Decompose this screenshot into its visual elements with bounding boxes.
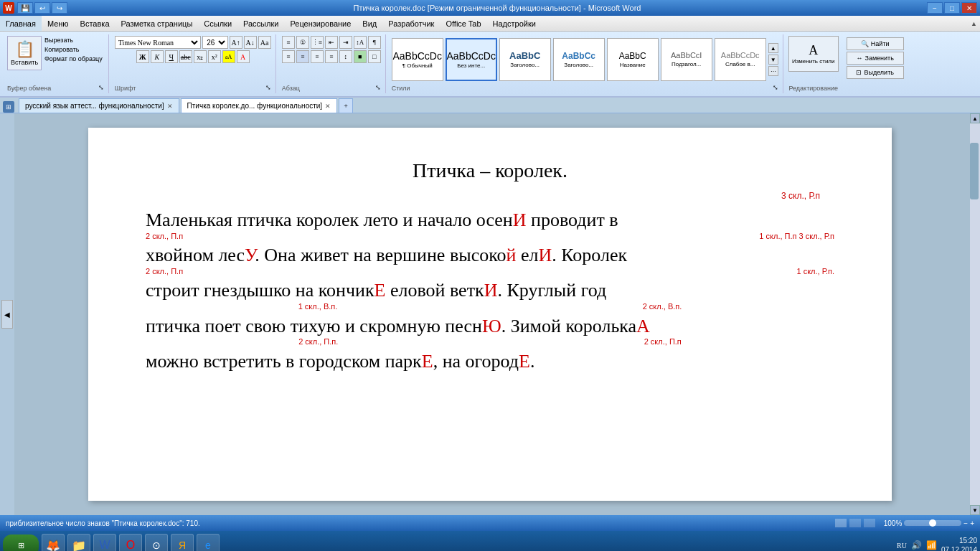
web-view-btn[interactable] [864,519,875,527]
border-btn[interactable]: □ [368,50,381,63]
style-weak[interactable]: AaBbCcDc Слабое в... [715,38,766,81]
reading-view-btn[interactable] [849,519,861,527]
text-highlight-btn[interactable]: aА [222,50,235,63]
styles-scroll-up[interactable]: ▲ [768,43,778,53]
taskbar: ⊞ 🦊 📁 W O ⊙ Я e RU 🔊 📶 15:20 07.12.2014 [0,531,980,551]
styles-launcher[interactable]: ⤡ [773,84,778,91]
undo-quick-btn[interactable]: ↩ [34,2,50,14]
grow-font-btn[interactable]: A↑ [230,36,242,49]
bullets-btn[interactable]: ≡ [282,36,295,49]
taskbar-browser-btn[interactable]: 🦊 [42,534,65,551]
volume-icon[interactable]: 🔊 [911,540,922,551]
increase-indent-btn[interactable]: ⇥ [339,36,352,49]
taskbar-opera-btn[interactable]: O [119,534,142,551]
taskbar-word-btn[interactable]: W [93,534,116,551]
app-icon: W [3,2,14,14]
menu-office-tab[interactable]: Office Tab [440,16,486,31]
paragraph-launcher[interactable]: ⤡ [375,84,381,91]
style-no-spacing[interactable]: AaBbCcDc Без инте... [446,38,497,81]
numbering-btn[interactable]: ① [296,36,309,49]
menu-dev[interactable]: Разработчик [382,16,440,31]
tab-russian-close[interactable]: ✕ [167,103,173,110]
menu-view[interactable]: Вид [357,16,382,31]
font-color-btn[interactable]: A [237,50,250,63]
strikethrough-btn[interactable]: abc [179,50,192,63]
italic-btn[interactable]: К [151,50,164,63]
taskbar-yandex-btn[interactable]: Я [171,534,194,551]
font-size-selector[interactable]: 26 [202,36,228,49]
copy-button[interactable]: Копировать [43,45,104,54]
print-layout-btn[interactable] [835,519,847,527]
ribbon-toggle[interactable]: ▲ [971,20,980,27]
document-area: ◀ Птичка – королек. 3 скл., Р.п Маленька… [0,113,980,515]
menu-bar: Главная Меню Вставка Разметка страницы С… [0,16,980,32]
select-btn[interactable]: ⊡ Выделить [847,66,904,79]
font-launcher[interactable]: ⤡ [265,84,271,91]
start-button[interactable]: ⊞ [3,534,39,551]
save-quick-btn[interactable]: 💾 [17,2,33,14]
menu-insert[interactable]: Вставка [75,16,116,31]
menu-layout[interactable]: Разметка страницы [116,16,199,31]
find-btn[interactable]: 🔍 Найти [847,37,904,50]
align-center-btn[interactable]: ≡ [296,50,309,63]
new-tab-btn[interactable]: + [339,98,353,113]
style-normal[interactable]: AaBbCcDc ¶ Обычный [392,38,443,81]
menu-addins[interactable]: Надстройки [487,16,542,31]
taskbar-chrome-btn[interactable]: ⊙ [145,534,168,551]
redo-quick-btn[interactable]: ↪ [52,2,67,14]
restore-btn[interactable]: □ [944,2,960,14]
show-marks-btn[interactable]: ¶ [368,36,381,49]
style-heading1[interactable]: AaBbC Заголово... [499,38,551,81]
window-title: Птичка королек.doc [Режим ограниченной ф… [67,4,927,12]
clear-format-btn[interactable]: Aa [258,36,271,49]
paste-button[interactable]: 📋 Вставить [7,36,42,70]
scroll-up-btn[interactable]: ▲ [970,113,980,123]
style-title[interactable]: AaBbC Название [607,38,659,81]
clipboard-launcher[interactable]: ⤡ [98,84,104,91]
zoom-out-btn[interactable]: − [963,519,968,527]
tab-russian[interactable]: русский язык аттест... функциональности]… [19,98,179,113]
align-left-btn[interactable]: ≡ [282,50,295,63]
title-bar-left: W 💾 ↩ ↪ [3,2,67,14]
change-styles-btn[interactable]: A Изменить стили [788,36,839,72]
ribbon: 📋 Вставить Вырезать Копировать Формат по… [0,32,980,98]
shrink-font-btn[interactable]: A↓ [244,36,257,49]
taskbar-explorer-btn[interactable]: 📁 [67,534,90,551]
superscript-btn[interactable]: x² [208,50,221,63]
scroll-thumb[interactable] [970,143,979,200]
tab-ptichka-close[interactable]: ✕ [325,103,331,110]
shading-btn[interactable]: ■ [354,50,367,63]
minimize-btn[interactable]: − [927,2,943,14]
menu-review[interactable]: Рецензирование [284,16,357,31]
font-name-selector[interactable]: Times New Roman [115,36,201,49]
zoom-in-btn[interactable]: + [970,519,974,527]
taskbar-ie-btn[interactable]: e [197,534,220,551]
subscript-btn[interactable]: x₂ [194,50,207,63]
style-subtitle[interactable]: AaBbCcI Подзагол... [661,38,712,81]
menu-mailings[interactable]: Рассылки [237,16,284,31]
multilevel-btn[interactable]: ⋮≡ [311,36,324,49]
scroll-down-btn[interactable]: ▼ [970,505,980,515]
align-right-btn[interactable]: ≡ [311,50,324,63]
vertical-scrollbar[interactable]: ▲ ▼ [970,113,980,515]
justify-btn[interactable]: ≡ [325,50,338,63]
cut-button[interactable]: Вырезать [43,36,104,44]
menu-refs[interactable]: Ссылки [198,16,237,31]
replace-btn[interactable]: ↔ Заменить [847,52,904,65]
style-heading2[interactable]: AaBbCс Заголово... [553,38,605,81]
tab-ptichka[interactable]: Птичка королек.до... функциональности] ✕ [181,98,338,113]
bold-btn[interactable]: Ж [136,50,149,63]
collapse-panel-btn[interactable]: ◀ [1,300,13,329]
line-spacing-btn[interactable]: ↕ [339,50,352,63]
close-btn[interactable]: ✕ [961,2,977,14]
decrease-indent-btn[interactable]: ⇤ [325,36,338,49]
format-painter-button[interactable]: Формат по образцу [43,55,104,63]
styles-scroll-down[interactable]: ▼ [768,55,778,65]
menu-home[interactable]: Главная [0,16,42,31]
styles-more[interactable]: ⋯ [768,66,778,76]
sort-btn[interactable]: ↕A [354,36,367,49]
underline-btn[interactable]: Ч [165,50,178,63]
lang-indicator[interactable]: RU [897,542,907,550]
zoom-slider[interactable] [904,520,961,526]
menu-menu[interactable]: Меню [42,16,75,31]
